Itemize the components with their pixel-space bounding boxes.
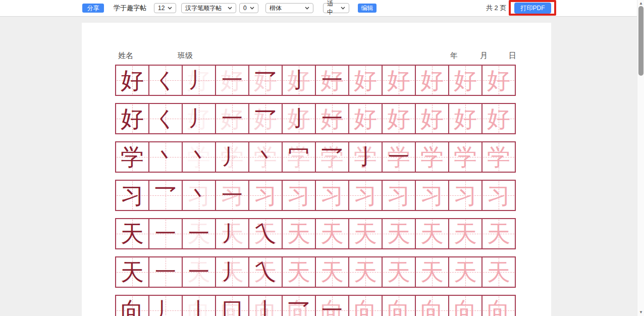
- stroke-mark: 亅: [283, 104, 315, 133]
- practice-cell: 好: [416, 104, 449, 133]
- stroke-mark: 丨: [183, 296, 215, 316]
- practice-cell: 天: [283, 257, 316, 287]
- practice-cell: 向: [416, 296, 449, 316]
- practice-cell: 天: [416, 219, 449, 248]
- practice-cell: 天: [116, 219, 149, 248]
- practice-cell: 学乛: [316, 142, 349, 172]
- practice-cell: 学丶: [183, 142, 216, 172]
- practice-cell: 习丶: [183, 181, 216, 210]
- practice-cell: 好亅: [283, 104, 316, 133]
- practice-cell: 好: [449, 104, 482, 133]
- practice-row: 天一天一天丿天乀天天天天天天天: [115, 218, 516, 249]
- practice-row: 向丿向丨向冂向丨向乛向一向向向向向: [115, 295, 516, 316]
- practice-cell: 好一: [216, 66, 249, 95]
- stroke-mark: 一: [383, 142, 415, 172]
- practice-cell: 学: [482, 142, 515, 172]
- trace-char: 习: [283, 181, 315, 210]
- practice-cell: 学: [449, 142, 482, 172]
- trace-char: 天: [416, 219, 448, 248]
- trace-char: 天: [349, 219, 382, 248]
- practice-cell: 好亅: [283, 66, 316, 95]
- stroke-mark: 丿: [216, 142, 248, 172]
- practice-cell: 学: [416, 142, 449, 172]
- practice-cell: 向: [449, 296, 482, 316]
- scroll-up-icon[interactable]: ▲: [637, 0, 644, 6]
- trace-char: 好: [349, 66, 382, 95]
- print-pdf-button[interactable]: 打印PDF: [514, 3, 551, 14]
- scrollbar-thumb[interactable]: [638, 6, 643, 76]
- practice-cell: 天乀: [249, 219, 283, 248]
- practice-cell: 好丿: [183, 104, 216, 133]
- edit-button[interactable]: 编辑: [358, 4, 377, 13]
- practice-row: 习乛习丶习一习习习习习习习习: [115, 180, 516, 211]
- practice-cell: 好: [416, 66, 449, 95]
- lead-char: 好: [116, 104, 148, 133]
- practice-cell: 天: [482, 219, 515, 248]
- practice-cell: 丶: [149, 142, 183, 172]
- stroke-mark: 一: [316, 66, 348, 95]
- stroke-mark: 乛: [249, 104, 282, 133]
- practice-cell: 习: [416, 181, 449, 210]
- stroke-mark: 丿: [216, 219, 248, 248]
- offset-select[interactable]: 0: [239, 3, 258, 13]
- practice-cell: 天: [383, 257, 416, 287]
- practice-cell: 好一: [316, 66, 349, 95]
- lead-char: 天: [116, 219, 148, 248]
- practice-cell: 学冖: [283, 142, 316, 172]
- practice-cell: 天乀: [249, 257, 283, 287]
- trace-char: 习: [249, 181, 282, 210]
- trace-char: 天: [482, 257, 515, 287]
- trace-char: 向: [383, 296, 415, 316]
- stroke-mark: く: [149, 104, 182, 133]
- practice-cell: 天一: [183, 257, 216, 287]
- trace-char: 天: [449, 219, 481, 248]
- stroke-mark: 冂: [216, 296, 248, 316]
- chevron-down-icon: [228, 7, 232, 10]
- trace-char: 好: [383, 104, 415, 133]
- stroke-mark: 丶: [249, 142, 282, 172]
- font-select[interactable]: 楷体: [265, 3, 313, 13]
- trace-char: 学: [482, 142, 515, 172]
- practice-cell: 一: [149, 257, 183, 287]
- name-field-label: 姓名: [118, 51, 133, 61]
- lead-char: 好: [116, 66, 148, 95]
- share-button[interactable]: 分享: [82, 4, 104, 13]
- practice-cell: 习: [249, 181, 283, 210]
- trace-char: 天: [349, 257, 382, 287]
- trace-char: 习: [349, 181, 382, 210]
- trace-char: 天: [283, 219, 315, 248]
- practice-cell: 好丿: [183, 66, 216, 95]
- practice-cell: 好: [116, 66, 149, 95]
- trace-char: 习: [482, 181, 515, 210]
- trace-char: 向: [349, 296, 382, 316]
- content-viewport: 姓名 班级 年 月 日 好く好丿好一好乛好亅好一好好好好好好く好丿好一好乛好亅好…: [0, 17, 637, 316]
- practice-cell: 好乛: [249, 66, 283, 95]
- lead-char: 学: [116, 142, 148, 172]
- practice-cell: 好: [383, 104, 416, 133]
- trace-char: 习: [416, 181, 448, 210]
- trace-char: 天: [316, 219, 348, 248]
- stroke-mark: く: [149, 66, 182, 95]
- char-count-select[interactable]: 12: [154, 3, 176, 13]
- spacing-select[interactable]: 适中: [323, 3, 349, 13]
- template-select[interactable]: 汉字笔顺字帖: [181, 3, 236, 13]
- trace-char: 好: [482, 66, 515, 95]
- vertical-scrollbar[interactable]: ▲ ▼: [637, 0, 644, 316]
- stroke-mark: 一: [216, 181, 248, 210]
- practice-cell: 习: [116, 181, 149, 210]
- practice-cell: 好: [349, 66, 383, 95]
- trace-char: 天: [383, 257, 415, 287]
- scroll-down-icon[interactable]: ▼: [637, 309, 644, 315]
- trace-char: 好: [482, 104, 515, 133]
- practice-cell: 好: [349, 104, 383, 133]
- trace-char: 好: [416, 104, 448, 133]
- month-field-label: 月: [480, 51, 488, 61]
- spacing-value: 适中: [327, 0, 338, 17]
- practice-cell: 天: [316, 219, 349, 248]
- practice-cell: 习: [482, 181, 515, 210]
- char-count-value: 12: [158, 5, 165, 12]
- stroke-mark: 丿: [216, 257, 248, 287]
- stroke-mark: 丿: [183, 66, 215, 95]
- trace-char: 好: [416, 66, 448, 95]
- chevron-down-icon: [250, 7, 254, 10]
